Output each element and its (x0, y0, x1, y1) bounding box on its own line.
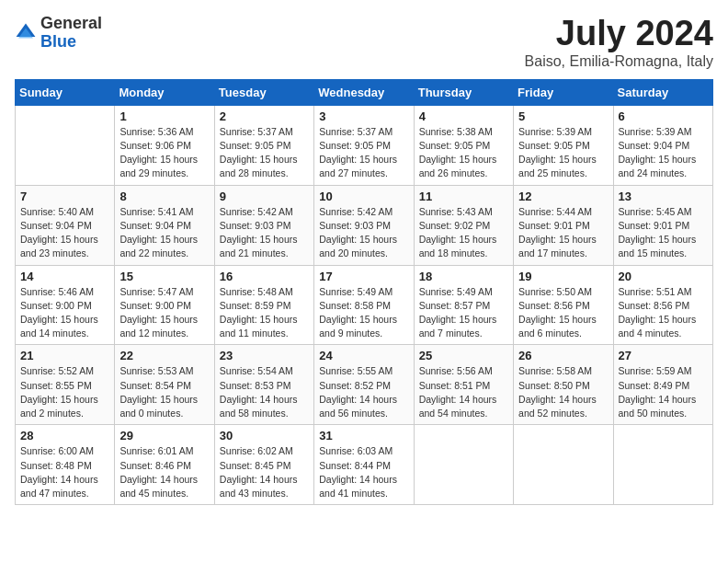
day-number: 5 (518, 109, 608, 123)
weekday-header-thursday: Thursday (414, 79, 513, 105)
calendar-cell: 30 Sunrise: 6:02 AMSunset: 8:45 PMDaylig… (214, 425, 313, 505)
calendar-cell: 28 Sunrise: 6:00 AMSunset: 8:48 PMDaylig… (16, 425, 115, 505)
day-info: Sunrise: 5:50 AMSunset: 8:56 PMDaylight:… (518, 285, 608, 341)
calendar-cell: 1 Sunrise: 5:36 AMSunset: 9:06 PMDayligh… (115, 105, 214, 185)
day-info: Sunrise: 5:44 AMSunset: 9:01 PMDaylight:… (518, 205, 608, 261)
calendar-cell: 19 Sunrise: 5:50 AMSunset: 8:56 PMDaylig… (514, 265, 613, 345)
calendar-cell: 29 Sunrise: 6:01 AMSunset: 8:46 PMDaylig… (115, 425, 214, 505)
day-number: 9 (220, 190, 309, 203)
calendar-cell (16, 105, 115, 185)
day-number: 24 (319, 349, 408, 362)
day-number: 26 (518, 349, 608, 362)
day-number: 19 (518, 270, 608, 283)
calendar-cell: 7 Sunrise: 5:40 AMSunset: 9:04 PMDayligh… (16, 185, 115, 265)
calendar-cell: 12 Sunrise: 5:44 AMSunset: 9:01 PMDaylig… (514, 185, 613, 265)
calendar-cell: 23 Sunrise: 5:54 AMSunset: 8:53 PMDaylig… (214, 345, 313, 425)
day-number: 18 (419, 270, 508, 283)
day-number: 13 (619, 190, 708, 203)
calendar-week-row: 1 Sunrise: 5:36 AMSunset: 9:06 PMDayligh… (16, 105, 713, 185)
day-number: 14 (20, 270, 109, 283)
day-info: Sunrise: 5:39 AMSunset: 9:05 PMDaylight:… (518, 125, 608, 181)
day-number: 15 (119, 270, 209, 283)
logo: General Blue (15, 15, 102, 52)
day-number: 1 (119, 109, 209, 123)
calendar-cell: 9 Sunrise: 5:42 AMSunset: 9:03 PMDayligh… (214, 185, 313, 265)
logo-blue-text: Blue (40, 32, 76, 51)
day-info: Sunrise: 6:03 AMSunset: 8:44 PMDaylight:… (319, 444, 408, 500)
calendar-cell: 17 Sunrise: 5:49 AMSunset: 8:58 PMDaylig… (314, 265, 414, 345)
page-header: General Blue July 2024 Baiso, Emilia-Rom… (15, 15, 713, 70)
calendar-cell: 4 Sunrise: 5:38 AMSunset: 9:05 PMDayligh… (414, 105, 513, 185)
day-number: 4 (419, 109, 508, 123)
calendar-week-row: 7 Sunrise: 5:40 AMSunset: 9:04 PMDayligh… (16, 185, 713, 265)
calendar-cell: 18 Sunrise: 5:49 AMSunset: 8:57 PMDaylig… (414, 265, 513, 345)
calendar-cell: 21 Sunrise: 5:52 AMSunset: 8:55 PMDaylig… (16, 345, 115, 425)
day-info: Sunrise: 6:01 AMSunset: 8:46 PMDaylight:… (119, 444, 209, 500)
day-info: Sunrise: 5:49 AMSunset: 8:57 PMDaylight:… (419, 285, 508, 341)
day-info: Sunrise: 5:41 AMSunset: 9:04 PMDaylight:… (119, 205, 209, 261)
calendar-week-row: 28 Sunrise: 6:00 AMSunset: 8:48 PMDaylig… (16, 425, 713, 505)
calendar-cell: 3 Sunrise: 5:37 AMSunset: 9:05 PMDayligh… (314, 105, 414, 185)
day-number: 12 (518, 190, 608, 203)
day-number: 31 (319, 429, 408, 442)
calendar-cell (514, 425, 613, 505)
day-number: 20 (619, 270, 708, 283)
day-info: Sunrise: 5:59 AMSunset: 8:49 PMDaylight:… (619, 364, 708, 420)
calendar-table: SundayMondayTuesdayWednesdayThursdayFrid… (15, 79, 713, 505)
day-info: Sunrise: 6:00 AMSunset: 8:48 PMDaylight:… (20, 444, 109, 500)
logo-general-text: General (40, 14, 102, 32)
day-info: Sunrise: 5:51 AMSunset: 8:56 PMDaylight:… (619, 285, 708, 341)
day-number: 27 (619, 349, 708, 362)
calendar-cell: 8 Sunrise: 5:41 AMSunset: 9:04 PMDayligh… (115, 185, 214, 265)
calendar-cell: 15 Sunrise: 5:47 AMSunset: 9:00 PMDaylig… (115, 265, 214, 345)
calendar-week-row: 21 Sunrise: 5:52 AMSunset: 8:55 PMDaylig… (16, 345, 713, 425)
weekday-header-row: SundayMondayTuesdayWednesdayThursdayFrid… (16, 79, 713, 105)
day-number: 23 (220, 349, 309, 362)
calendar-cell: 31 Sunrise: 6:03 AMSunset: 8:44 PMDaylig… (314, 425, 414, 505)
month-title: July 2024 (525, 15, 713, 53)
weekday-header-sunday: Sunday (16, 79, 115, 105)
calendar-cell: 25 Sunrise: 5:56 AMSunset: 8:51 PMDaylig… (414, 345, 513, 425)
calendar-cell: 11 Sunrise: 5:43 AMSunset: 9:02 PMDaylig… (414, 185, 513, 265)
calendar-cell: 6 Sunrise: 5:39 AMSunset: 9:04 PMDayligh… (613, 105, 712, 185)
calendar-cell: 24 Sunrise: 5:55 AMSunset: 8:52 PMDaylig… (314, 345, 414, 425)
weekday-header-saturday: Saturday (613, 79, 712, 105)
calendar-cell: 27 Sunrise: 5:59 AMSunset: 8:49 PMDaylig… (613, 345, 712, 425)
day-number: 2 (220, 109, 309, 123)
day-info: Sunrise: 6:02 AMSunset: 8:45 PMDaylight:… (220, 444, 309, 500)
day-info: Sunrise: 5:37 AMSunset: 9:05 PMDaylight:… (220, 125, 309, 181)
day-number: 3 (319, 109, 408, 123)
day-info: Sunrise: 5:38 AMSunset: 9:05 PMDaylight:… (419, 125, 508, 181)
calendar-cell: 22 Sunrise: 5:53 AMSunset: 8:54 PMDaylig… (115, 345, 214, 425)
day-info: Sunrise: 5:49 AMSunset: 8:58 PMDaylight:… (319, 285, 408, 341)
day-info: Sunrise: 5:39 AMSunset: 9:04 PMDaylight:… (619, 125, 708, 181)
day-info: Sunrise: 5:47 AMSunset: 9:00 PMDaylight:… (119, 285, 209, 341)
calendar-cell: 2 Sunrise: 5:37 AMSunset: 9:05 PMDayligh… (214, 105, 313, 185)
calendar-cell: 16 Sunrise: 5:48 AMSunset: 8:59 PMDaylig… (214, 265, 313, 345)
location: Baiso, Emilia-Romagna, Italy (525, 53, 713, 70)
calendar-cell: 10 Sunrise: 5:42 AMSunset: 9:03 PMDaylig… (314, 185, 414, 265)
title-block: July 2024 Baiso, Emilia-Romagna, Italy (525, 15, 713, 70)
calendar-cell: 20 Sunrise: 5:51 AMSunset: 8:56 PMDaylig… (613, 265, 712, 345)
day-number: 17 (319, 270, 408, 283)
day-info: Sunrise: 5:37 AMSunset: 9:05 PMDaylight:… (319, 125, 408, 181)
calendar-cell (414, 425, 513, 505)
day-number: 30 (220, 429, 309, 442)
day-info: Sunrise: 5:54 AMSunset: 8:53 PMDaylight:… (220, 364, 309, 420)
day-number: 22 (119, 349, 209, 362)
day-number: 7 (20, 190, 109, 203)
day-info: Sunrise: 5:48 AMSunset: 8:59 PMDaylight:… (220, 285, 309, 341)
day-info: Sunrise: 5:56 AMSunset: 8:51 PMDaylight:… (419, 364, 508, 420)
day-number: 25 (419, 349, 508, 362)
calendar-cell: 5 Sunrise: 5:39 AMSunset: 9:05 PMDayligh… (514, 105, 613, 185)
day-info: Sunrise: 5:43 AMSunset: 9:02 PMDaylight:… (419, 205, 508, 261)
weekday-header-monday: Monday (115, 79, 214, 105)
day-number: 28 (20, 429, 109, 442)
day-info: Sunrise: 5:42 AMSunset: 9:03 PMDaylight:… (319, 205, 408, 261)
weekday-header-friday: Friday (514, 79, 613, 105)
day-number: 16 (220, 270, 309, 283)
calendar-cell (613, 425, 712, 505)
day-info: Sunrise: 5:53 AMSunset: 8:54 PMDaylight:… (119, 364, 209, 420)
day-info: Sunrise: 5:40 AMSunset: 9:04 PMDaylight:… (20, 205, 109, 261)
weekday-header-tuesday: Tuesday (214, 79, 313, 105)
